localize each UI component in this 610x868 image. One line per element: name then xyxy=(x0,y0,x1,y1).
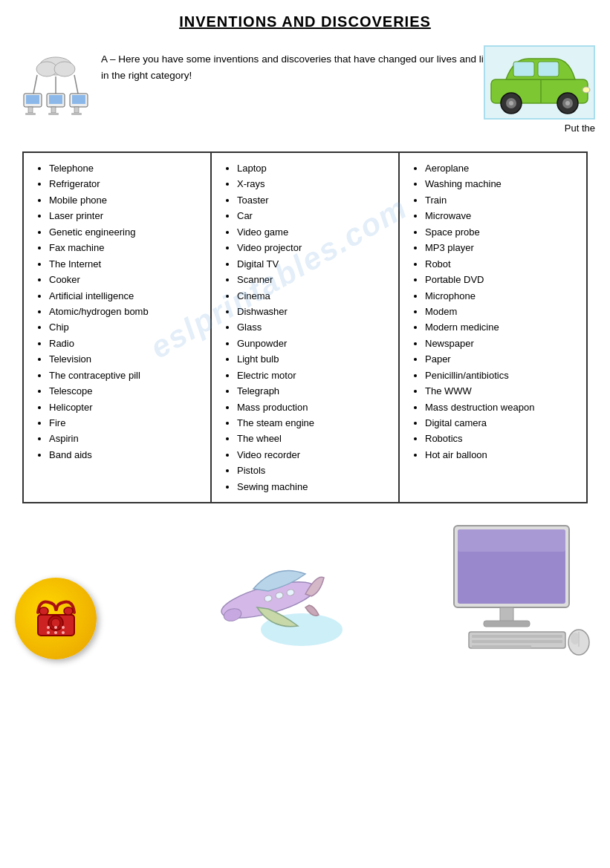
main-table: TelephoneRefrigeratorMobile phoneLaser p… xyxy=(22,151,588,503)
svg-point-37 xyxy=(47,631,50,634)
list-item: Chip xyxy=(49,319,204,335)
list-item: Artificial intelligence xyxy=(49,288,204,304)
list-item: Washing machine xyxy=(425,176,580,192)
column-2-list: LaptopX-raysToasterCarVideo gameVideo pr… xyxy=(227,160,392,495)
svg-rect-49 xyxy=(500,607,513,622)
list-item: Video game xyxy=(237,224,392,240)
svg-rect-19 xyxy=(513,62,534,76)
svg-rect-13 xyxy=(48,113,59,115)
list-item: Fax machine xyxy=(49,240,204,255)
list-item: The Internet xyxy=(49,256,204,272)
list-item: Light bulb xyxy=(237,351,392,367)
bottom-area xyxy=(0,515,610,674)
header-area: A – Here you have some inventions and di… xyxy=(0,38,610,144)
list-item: The steam engine xyxy=(237,415,392,431)
svg-rect-48 xyxy=(458,529,565,552)
svg-point-26 xyxy=(565,101,570,105)
list-item: Mass production xyxy=(237,399,392,415)
svg-rect-53 xyxy=(472,640,562,643)
svg-point-34 xyxy=(47,626,50,629)
list-item: Cinema xyxy=(237,288,392,304)
list-item: Aeroplane xyxy=(425,160,580,176)
svg-rect-15 xyxy=(72,95,85,104)
list-item: Car xyxy=(237,208,392,223)
list-item: Modern medicine xyxy=(425,319,580,335)
list-item: Cooker xyxy=(49,272,204,287)
svg-rect-8 xyxy=(28,107,33,113)
svg-rect-32 xyxy=(39,607,48,615)
svg-rect-54 xyxy=(472,645,531,648)
computer-icon xyxy=(22,53,89,137)
car-illustration xyxy=(484,45,595,120)
svg-point-39 xyxy=(62,631,65,634)
svg-rect-52 xyxy=(472,635,562,638)
svg-rect-7 xyxy=(26,95,39,104)
list-item: Robot xyxy=(425,256,580,272)
svg-rect-17 xyxy=(71,113,82,115)
list-item: Electric motor xyxy=(237,368,392,383)
list-item: Modem xyxy=(425,304,580,319)
list-item: Television xyxy=(49,351,204,367)
list-item: Atomic/hydrogen bomb xyxy=(49,304,204,319)
list-item: Portable DVD xyxy=(425,272,580,287)
list-item: Mass destruction weapon xyxy=(425,399,580,415)
svg-rect-12 xyxy=(51,107,56,113)
svg-rect-20 xyxy=(538,62,559,76)
column-1: TelephoneRefrigeratorMobile phoneLaser p… xyxy=(24,153,212,502)
column-3: AeroplaneWashing machineTrainMicrowaveSp… xyxy=(400,153,586,502)
list-item: Digital TV xyxy=(237,256,392,272)
list-item: Telescope xyxy=(49,383,204,399)
svg-rect-11 xyxy=(49,95,62,104)
list-item: Video recorder xyxy=(237,447,392,463)
list-item: The contraceptive pill xyxy=(49,368,204,383)
list-item: Refrigerator xyxy=(49,176,204,192)
column-1-list: TelephoneRefrigeratorMobile phoneLaser p… xyxy=(39,160,204,463)
list-item: Microwave xyxy=(425,208,580,223)
list-item: Mobile phone xyxy=(49,192,204,208)
list-item: Pistols xyxy=(237,463,392,478)
list-item: Aspirin xyxy=(49,431,204,446)
list-item: Sewing machine xyxy=(237,479,392,495)
list-item: Helicopter xyxy=(49,399,204,415)
column-3-list: AeroplaneWashing machineTrainMicrowaveSp… xyxy=(415,160,580,463)
list-item: Radio xyxy=(49,336,204,351)
svg-rect-9 xyxy=(25,113,36,115)
svg-point-27 xyxy=(583,87,590,93)
telephone-illustration xyxy=(15,578,97,659)
list-item: Digital camera xyxy=(425,415,580,431)
svg-rect-33 xyxy=(64,607,73,615)
list-item: Microphone xyxy=(425,288,580,304)
svg-line-5 xyxy=(74,75,78,94)
svg-point-35 xyxy=(54,626,57,629)
list-item: Gunpowder xyxy=(237,336,392,351)
list-item: Laptop xyxy=(237,160,392,176)
list-item: Penicillin/antibiotics xyxy=(425,368,580,383)
list-item: Telephone xyxy=(49,160,204,176)
list-item: Train xyxy=(425,192,580,208)
list-item: Newspaper xyxy=(425,336,580,351)
list-item: Video projector xyxy=(237,240,392,255)
list-item: MP3 player xyxy=(425,240,580,255)
list-item: Hot air balloon xyxy=(425,447,580,463)
list-item: Robotics xyxy=(425,431,580,446)
list-item: Scanner xyxy=(237,272,392,287)
list-item: The WWW xyxy=(425,383,580,399)
list-item: The wheel xyxy=(237,431,392,446)
svg-point-57 xyxy=(571,633,580,645)
plane-illustration xyxy=(119,541,424,659)
page-title: INVENTIONS AND DISCOVERIES xyxy=(0,0,610,38)
svg-rect-16 xyxy=(74,107,79,113)
list-item: Telegraph xyxy=(237,383,392,399)
car-area: Put the xyxy=(484,45,595,134)
list-item: Genetic engineering xyxy=(49,224,204,240)
put-the-label: Put the xyxy=(565,123,595,134)
svg-rect-50 xyxy=(484,621,530,627)
list-item: Space probe xyxy=(425,224,580,240)
list-item: Laser printer xyxy=(49,208,204,223)
svg-point-36 xyxy=(62,626,65,629)
list-item: Toaster xyxy=(237,192,392,208)
list-item: Glass xyxy=(237,319,392,335)
list-item: X-rays xyxy=(237,176,392,192)
list-item: Fire xyxy=(49,415,204,431)
svg-point-2 xyxy=(54,62,75,76)
